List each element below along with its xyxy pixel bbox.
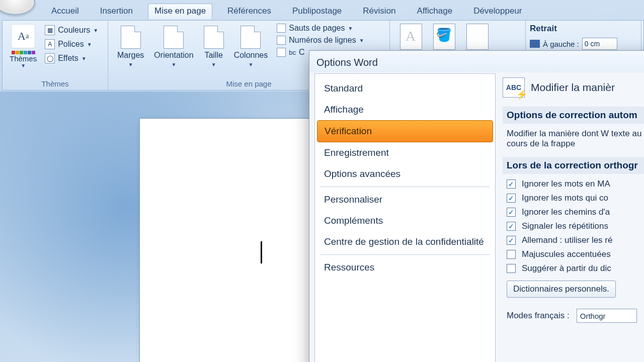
- watermark-button[interactable]: [400, 24, 422, 50]
- tab-mise-en-page[interactable]: Mise en page: [148, 4, 212, 19]
- dialog-title: Options Word: [309, 51, 644, 72]
- nav-affichage[interactable]: Affichage: [317, 99, 493, 120]
- size-icon: [204, 26, 224, 49]
- tab-affichage[interactable]: Affichage: [411, 4, 459, 19]
- chevron-down-icon: ▼: [93, 28, 98, 33]
- nav-separator: [320, 187, 490, 187]
- checkbox[interactable]: [507, 208, 516, 217]
- nav-enregistrement[interactable]: Enregistrement: [317, 142, 493, 163]
- checkbox[interactable]: [507, 250, 516, 259]
- indent-left-icon: [530, 40, 540, 48]
- theme-effects-button[interactable]: ◯ Effets ▼: [42, 52, 101, 65]
- columns-icon: [240, 26, 261, 49]
- checkbox[interactable]: [507, 222, 516, 231]
- fonts-icon: A: [45, 39, 55, 49]
- hyphenation-prefix: bc: [289, 49, 296, 56]
- margins-button[interactable]: Marges ▼: [113, 24, 148, 69]
- page-color-button[interactable]: [433, 24, 455, 50]
- spellcheck-option-row: Suggérer à partir du dic: [507, 263, 644, 274]
- theme-colors-button[interactable]: ▦ Couleurs ▼: [42, 24, 101, 37]
- nav-complements[interactable]: Compléments: [317, 210, 493, 231]
- size-label: Taille: [204, 51, 222, 60]
- columns-button[interactable]: Colonnes ▼: [230, 24, 272, 69]
- text-cursor: [261, 241, 262, 263]
- spellcheck-option-row: Allemand : utiliser les ré: [507, 235, 644, 245]
- options-dialog: Options Word Standard Affichage Vérifica…: [309, 50, 644, 362]
- checkbox-label: Allemand : utiliser les ré: [522, 235, 612, 245]
- checkbox[interactable]: [507, 264, 516, 273]
- checkbox-label: Ignorer les mots qui co: [522, 193, 608, 203]
- chevron-down-icon: ▼: [348, 26, 353, 31]
- nav-standard[interactable]: Standard: [317, 78, 493, 99]
- page-breaks-button[interactable]: Sauts de pages ▼: [277, 24, 364, 33]
- dialog-header-text: Modifier la manièr: [531, 81, 615, 94]
- size-button[interactable]: Taille ▼: [200, 24, 228, 69]
- tab-revision[interactable]: Révision: [357, 4, 401, 19]
- chevron-down-icon: ▼: [82, 56, 87, 61]
- nav-confidentialite[interactable]: Centre de gestion de la confidentialité: [317, 231, 493, 252]
- checkbox-label: Suggérer à partir du dic: [522, 263, 611, 274]
- checkbox[interactable]: [507, 179, 516, 189]
- indent-left-input[interactable]: [582, 38, 617, 50]
- chevron-down-icon: ▼: [211, 62, 216, 67]
- office-button[interactable]: [0, 0, 35, 15]
- abc-check-icon: ABC: [503, 77, 525, 98]
- orientation-button[interactable]: Orientation ▼: [150, 24, 197, 69]
- nav-options-avancees[interactable]: Options avancées: [317, 163, 493, 185]
- tab-insertion[interactable]: Insertion: [94, 4, 139, 19]
- indent-left-row: À gauche :: [530, 38, 636, 50]
- themes-icon: A: [12, 25, 35, 48]
- checkbox-label: Signaler les répétitions: [522, 221, 608, 231]
- nav-personnaliser[interactable]: Personnaliser: [317, 189, 493, 210]
- page-breaks-label: Sauts de pages: [289, 24, 345, 33]
- chevron-down-icon: ▼: [172, 62, 177, 67]
- line-numbers-button[interactable]: Numéros de lignes ▼: [277, 36, 364, 45]
- tab-publipostage[interactable]: Publipostage: [286, 4, 348, 19]
- checkbox-label: Majuscules accentuées: [522, 249, 611, 259]
- orientation-icon: [164, 26, 184, 49]
- margins-icon: [121, 26, 141, 49]
- page-borders-button[interactable]: [466, 24, 489, 50]
- spellcheck-option-row: Ignorer les chemins d'a: [507, 207, 644, 217]
- line-numbers-label: Numéros de lignes: [289, 36, 356, 45]
- theme-fonts-label: Polices: [58, 40, 84, 49]
- checkbox-label: Ignorer les chemins d'a: [522, 207, 610, 217]
- margins-label: Marges: [117, 51, 144, 60]
- themes-label: Thèmes: [10, 54, 37, 63]
- chevron-down-icon: ▼: [21, 63, 26, 68]
- chevron-down-icon: ▼: [359, 38, 364, 43]
- columns-label: Colonnes: [234, 51, 268, 60]
- dialog-nav: Standard Affichage Vérification Enregist…: [314, 73, 496, 362]
- themes-button[interactable]: A Thèmes ▼: [8, 24, 39, 69]
- theme-colors-label: Couleurs: [58, 26, 90, 35]
- nav-ressources[interactable]: Ressources: [317, 257, 493, 278]
- spellcheck-option-row: Majuscules accentuées: [507, 249, 644, 259]
- nav-verification[interactable]: Vérification: [317, 120, 493, 142]
- chevron-down-icon: ▼: [128, 62, 133, 67]
- tab-accueil[interactable]: Accueil: [45, 4, 85, 19]
- section-autocorrect: Options de correction autom: [503, 107, 644, 124]
- checkbox[interactable]: [507, 236, 516, 245]
- french-modes-label: Modes français :: [507, 311, 570, 321]
- nav-separator: [320, 254, 490, 255]
- section-orthograph: Lors de la correction orthogr: [503, 157, 644, 174]
- spellcheck-option-row: Ignorer les mots en MA: [507, 179, 644, 189]
- indent-left-label: À gauche :: [543, 40, 579, 48]
- spellcheck-options-list: Ignorer les mots en MAIgnorer les mots q…: [503, 179, 644, 274]
- theme-fonts-button[interactable]: A Polices ▼: [42, 38, 101, 51]
- page-borders-icon: [466, 24, 489, 50]
- line-numbers-icon: [277, 36, 286, 45]
- tab-references[interactable]: Références: [221, 4, 277, 19]
- orientation-label: Orientation: [154, 51, 193, 60]
- custom-dictionaries-button[interactable]: Dictionnaires personnels.: [507, 281, 616, 298]
- dialog-content: ABC Modifier la manièr Options de correc…: [496, 73, 644, 362]
- french-modes-select[interactable]: [577, 309, 637, 323]
- tab-developpeur[interactable]: Développeur: [467, 4, 528, 19]
- watermark-icon: [400, 24, 422, 50]
- group-label-themes: Thèmes: [8, 78, 103, 89]
- page-color-icon: [433, 24, 455, 50]
- autocorrect-description: Modifier la manière dont W texte au cour…: [503, 129, 644, 157]
- spellcheck-option-row: Ignorer les mots qui co: [507, 193, 644, 203]
- checkbox[interactable]: [507, 194, 516, 203]
- checkbox-label: Ignorer les mots en MA: [522, 179, 610, 189]
